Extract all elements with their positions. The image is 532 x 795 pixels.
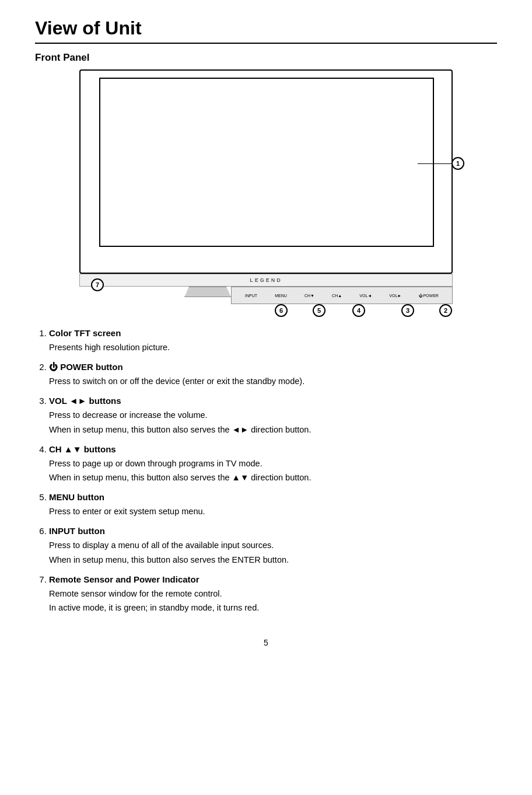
item-5-desc-1: Press to enter or exit system setup menu…: [49, 507, 205, 516]
item-4-desc-1: Press to page up or down through program…: [49, 459, 262, 468]
item-6-title: INPUT button: [49, 526, 105, 536]
ctrl-vol-up: VOL►: [389, 294, 401, 298]
callout-6: 6: [275, 304, 288, 317]
callout-4: 4: [352, 304, 365, 317]
item-3-title: VOL ◄► buttons: [49, 396, 121, 406]
item-2-title: ⏻ POWER button: [49, 362, 123, 372]
callout-5: 5: [313, 304, 326, 317]
callout-1: 1: [452, 157, 464, 170]
item-7-desc-2: In active mode, it is green; in standby …: [49, 603, 259, 612]
callout-2: 2: [439, 304, 452, 317]
item-2-desc-1: Press to switch on or off the device (en…: [49, 376, 304, 386]
ctrl-input: INPUT: [245, 294, 257, 298]
item-4-desc-2: When in setup menu, this button also ser…: [49, 473, 311, 482]
list-item-6: INPUT button Press to display a menu of …: [49, 524, 497, 566]
tv-frame: [79, 69, 453, 274]
item-7-title: Remote Sensor and Power Indicator: [49, 574, 200, 584]
list-item-3: VOL ◄► buttons Press to decrease or incr…: [49, 394, 497, 436]
section-heading: Front Panel: [35, 52, 497, 64]
tv-illustration: LEGEND INPUT MENU CH▼ CH▲ VOL◄ VOL► ⏻POW…: [68, 69, 464, 315]
page-title: View of Unit: [35, 18, 497, 44]
tv-brand-text: LEGEND: [250, 277, 282, 283]
page-number: 5: [35, 638, 497, 647]
item-5-title: MENU button: [49, 492, 104, 502]
item-6-desc-2: When in setup menu, this button also ser…: [49, 555, 289, 564]
item-1-title: Color TFT screen: [49, 328, 121, 338]
ctrl-ch-up: CH▲: [332, 294, 342, 298]
list-item-1: Color TFT screen Presents high resolutio…: [49, 326, 497, 354]
tv-stand: [184, 287, 231, 297]
item-1-desc-1: Presents high resolution picture.: [49, 343, 170, 352]
tv-control-strip: INPUT MENU CH▼ CH▲ VOL◄ VOL► ⏻POWER: [231, 287, 453, 304]
tv-brand-bar: LEGEND: [79, 274, 453, 287]
ctrl-power: ⏻POWER: [419, 294, 438, 298]
item-3-desc-2: When in setup menu, this button also ser…: [49, 425, 311, 434]
list-item-4: CH ▲▼ buttons Press to page up or down t…: [49, 442, 497, 484]
tv-screen: [99, 78, 434, 247]
item-7-desc-1: Remote sensor window for the remote cont…: [49, 589, 222, 598]
tv-diagram: LEGEND INPUT MENU CH▼ CH▲ VOL◄ VOL► ⏻POW…: [35, 69, 497, 315]
item-3-desc-1: Press to decrease or increase the volume…: [49, 410, 208, 420]
list-item-2: ⏻ POWER button Press to switch on or off…: [49, 360, 497, 388]
callout-3: 3: [401, 304, 414, 317]
list-item-7: Remote Sensor and Power Indicator Remote…: [49, 573, 497, 615]
item-6-desc-1: Press to display a menu of all of the av…: [49, 541, 274, 550]
item-4-title: CH ▲▼ buttons: [49, 444, 116, 454]
callout-7: 7: [91, 278, 104, 291]
list-item-5: MENU button Press to enter or exit syste…: [49, 490, 497, 518]
ctrl-menu: MENU: [275, 294, 287, 298]
item-list: Color TFT screen Presents high resolutio…: [35, 326, 497, 615]
ctrl-ch-down: CH▼: [304, 294, 314, 298]
ctrl-vol-down: VOL◄: [359, 294, 372, 298]
callout-line-1: [418, 163, 452, 164]
